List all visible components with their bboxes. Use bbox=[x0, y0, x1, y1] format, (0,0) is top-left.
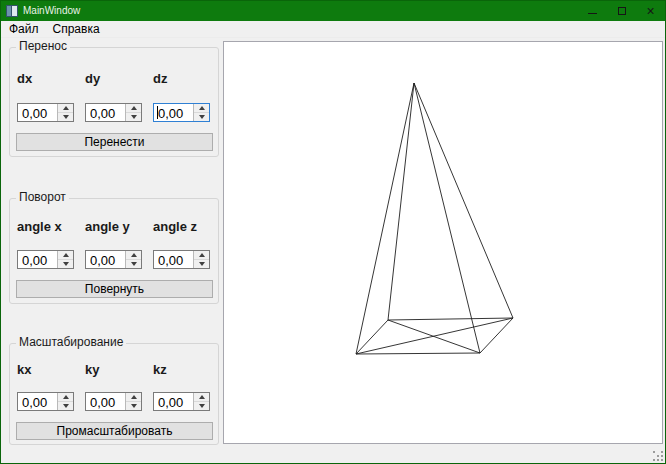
spin-down-button[interactable] bbox=[194, 260, 209, 268]
spin-up-button[interactable] bbox=[58, 251, 73, 260]
ky-input[interactable] bbox=[86, 393, 125, 410]
angle-z-spin-buttons bbox=[193, 251, 209, 268]
resize-grip-icon[interactable] bbox=[652, 450, 663, 461]
spin-down-icon bbox=[131, 262, 137, 266]
text-caret bbox=[157, 106, 158, 119]
ky-spinbox[interactable] bbox=[85, 392, 142, 411]
label-kx: kx bbox=[17, 362, 31, 377]
spin-up-icon bbox=[63, 395, 69, 399]
angle-y-spin-buttons bbox=[125, 251, 141, 268]
spin-down-icon bbox=[63, 262, 69, 266]
spin-down-button[interactable] bbox=[58, 402, 73, 410]
kx-spinbox[interactable] bbox=[17, 392, 74, 411]
spin-down-icon bbox=[63, 115, 69, 119]
kz-spin-buttons bbox=[193, 393, 209, 410]
label-dy: dy bbox=[85, 71, 100, 86]
angle-y-spinbox[interactable] bbox=[85, 250, 142, 269]
group-scaling-title: Масштабирование bbox=[16, 335, 126, 350]
spin-up-icon bbox=[63, 253, 69, 257]
angle-z-input[interactable] bbox=[154, 251, 193, 268]
dx-spinbox[interactable] bbox=[17, 103, 74, 122]
spin-down-button[interactable] bbox=[126, 402, 141, 410]
group-rotation-title: Поворот bbox=[16, 190, 69, 205]
spin-down-icon bbox=[63, 404, 69, 408]
angle-z-spinbox[interactable] bbox=[153, 250, 210, 269]
group-translation: Перенос dx dy dz Перенести bbox=[9, 47, 219, 157]
spin-up-icon bbox=[199, 395, 205, 399]
kz-spinbox[interactable] bbox=[153, 392, 210, 411]
dx-spin-buttons bbox=[57, 104, 73, 121]
spin-up-icon bbox=[63, 106, 69, 110]
drawing-canvas bbox=[223, 41, 663, 444]
dz-input[interactable] bbox=[154, 104, 193, 121]
group-rotation: Поворот angle x angle y angle z Пов bbox=[9, 198, 219, 304]
minimize-icon bbox=[588, 13, 597, 14]
spin-up-button[interactable] bbox=[194, 393, 209, 402]
dy-spin-buttons bbox=[125, 104, 141, 121]
minimize-button[interactable] bbox=[578, 1, 607, 21]
app-icon[interactable] bbox=[6, 5, 18, 17]
ky-spin-buttons bbox=[125, 393, 141, 410]
window-title: MainWindow bbox=[23, 1, 80, 21]
label-angle-x: angle x bbox=[17, 219, 62, 234]
dx-input[interactable] bbox=[18, 104, 57, 121]
window-controls: × bbox=[578, 1, 665, 21]
spin-up-icon bbox=[131, 395, 137, 399]
dy-spinbox[interactable] bbox=[85, 103, 142, 122]
spin-up-icon bbox=[131, 106, 137, 110]
spin-down-icon bbox=[199, 404, 205, 408]
spin-up-button[interactable] bbox=[126, 104, 141, 113]
spin-down-icon bbox=[199, 115, 205, 119]
close-icon: × bbox=[646, 4, 654, 18]
dz-spin-buttons bbox=[193, 104, 209, 121]
label-ky: ky bbox=[85, 362, 99, 377]
spin-down-button[interactable] bbox=[194, 113, 209, 121]
rotate-button[interactable]: Повернуть bbox=[16, 280, 213, 298]
kz-input[interactable] bbox=[154, 393, 193, 410]
dz-spinbox[interactable] bbox=[153, 103, 210, 122]
kx-input[interactable] bbox=[18, 393, 57, 410]
spin-up-button[interactable] bbox=[126, 393, 141, 402]
label-angle-y: angle y bbox=[85, 219, 130, 234]
spin-down-icon bbox=[131, 115, 137, 119]
angle-x-spin-buttons bbox=[57, 251, 73, 268]
spin-down-icon bbox=[131, 404, 137, 408]
maximize-button[interactable] bbox=[607, 1, 636, 21]
close-button[interactable]: × bbox=[636, 1, 665, 21]
spin-down-button[interactable] bbox=[194, 402, 209, 410]
canvas-figure bbox=[224, 42, 662, 443]
label-dz: dz bbox=[153, 71, 167, 86]
dy-input[interactable] bbox=[86, 104, 125, 121]
kx-spin-buttons bbox=[57, 393, 73, 410]
spin-up-button[interactable] bbox=[58, 104, 73, 113]
spin-up-icon bbox=[199, 106, 205, 110]
spin-down-button[interactable] bbox=[126, 113, 141, 121]
angle-x-spinbox[interactable] bbox=[17, 250, 74, 269]
main-window: MainWindow × Файл Справка Перенос dx dy … bbox=[0, 0, 666, 464]
spin-up-button[interactable] bbox=[126, 251, 141, 260]
group-scaling: Масштабирование kx ky kz Промасштаб bbox=[9, 343, 219, 445]
spin-up-button[interactable] bbox=[194, 251, 209, 260]
label-kz: kz bbox=[153, 362, 167, 377]
angle-y-input[interactable] bbox=[86, 251, 125, 268]
spin-down-icon bbox=[199, 262, 205, 266]
spin-down-button[interactable] bbox=[58, 113, 73, 121]
menu-file[interactable]: Файл bbox=[3, 21, 45, 37]
scale-button[interactable]: Промасштабировать bbox=[16, 422, 213, 440]
label-dx: dx bbox=[17, 71, 32, 86]
label-angle-z: angle z bbox=[153, 219, 197, 234]
spin-down-button[interactable] bbox=[126, 260, 141, 268]
group-translation-title: Перенос bbox=[16, 39, 70, 54]
maximize-icon bbox=[618, 7, 626, 15]
angle-x-input[interactable] bbox=[18, 251, 57, 268]
spin-up-icon bbox=[199, 253, 205, 257]
titlebar[interactable]: MainWindow × bbox=[1, 1, 665, 21]
statusbar bbox=[1, 448, 665, 463]
menu-help[interactable]: Справка bbox=[47, 21, 106, 37]
menubar: Файл Справка bbox=[1, 21, 665, 38]
spin-down-button[interactable] bbox=[58, 260, 73, 268]
spin-up-button[interactable] bbox=[58, 393, 73, 402]
spin-up-icon bbox=[131, 253, 137, 257]
translate-button[interactable]: Перенести bbox=[16, 133, 213, 151]
spin-up-button[interactable] bbox=[194, 104, 209, 113]
